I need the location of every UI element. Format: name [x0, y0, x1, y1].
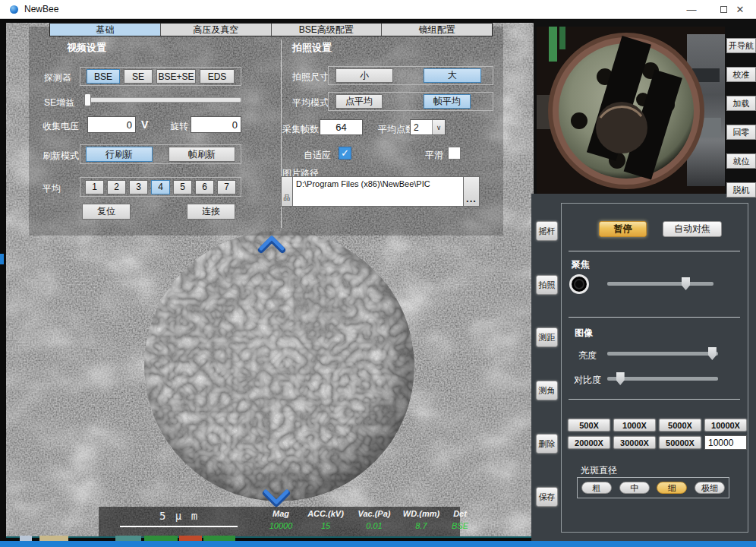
panel-divider-1: [569, 251, 740, 251]
brightness-slider[interactable]: [607, 347, 718, 361]
measure-angle-button[interactable]: 测角: [536, 381, 558, 400]
average-7-button[interactable]: 7: [217, 180, 236, 194]
stat-vac: Vac.(Pa) 0.01: [354, 509, 395, 530]
path-tree-button[interactable]: 品: [281, 176, 293, 207]
rotation-label: 旋转: [170, 120, 188, 133]
detector-bse-button[interactable]: BSE: [87, 69, 120, 84]
stage-up-marker[interactable]: [255, 234, 288, 254]
average-6-button[interactable]: 6: [195, 180, 214, 194]
adaptive-checkbox[interactable]: ✓: [339, 147, 351, 160]
left-edge-accent: [0, 254, 4, 264]
frames-label: 采集帧数: [282, 123, 319, 136]
taskbar[interactable]: [0, 541, 756, 547]
capture-button[interactable]: 拍照: [536, 275, 558, 295]
voltage-unit-label: V: [141, 119, 148, 131]
average-1-button[interactable]: 1: [85, 180, 104, 194]
close-button[interactable]: ✕: [724, 0, 756, 19]
rotation-input[interactable]: [191, 116, 241, 133]
avg-points-dropdown-button[interactable]: ∨: [432, 120, 445, 134]
stat-det: Det BSE: [446, 509, 474, 530]
avg-frame-button[interactable]: 帧平均: [424, 94, 471, 109]
size-large-button[interactable]: 大: [424, 68, 481, 83]
offline-button[interactable]: 脱机: [726, 182, 756, 198]
minimize-button[interactable]: —: [676, 0, 707, 19]
browse-button[interactable]: ...: [463, 176, 480, 207]
brightness-slider-track[interactable]: [607, 352, 718, 356]
spot-coarse-button[interactable]: 粗: [581, 482, 612, 494]
window-title: NewBee: [24, 4, 58, 14]
contrast-slider-thumb[interactable]: [616, 372, 625, 385]
stat-acc-label: ACC.(kV): [304, 509, 348, 518]
average-5-button[interactable]: 5: [173, 180, 192, 194]
app-icon: [10, 5, 18, 14]
taskbar-icon-fragment[interactable]: [39, 536, 68, 541]
se-gain-slider[interactable]: [83, 93, 241, 107]
smooth-checkbox[interactable]: [448, 147, 461, 160]
spot-fine-button[interactable]: 细: [657, 482, 687, 494]
size-small-button[interactable]: 小: [335, 68, 393, 83]
return-zero-button[interactable]: 回零: [726, 125, 756, 140]
refresh-frame-button[interactable]: 帧刷新: [169, 147, 235, 162]
focus-slider-thumb[interactable]: [682, 277, 690, 290]
tab-bse-advanced[interactable]: BSE高级配置: [272, 24, 383, 36]
detector-bse-se-button[interactable]: BSE+SE: [156, 69, 196, 84]
mag-20000x-button[interactable]: 20000X: [568, 436, 610, 449]
mag-50000x-button[interactable]: 50000X: [659, 436, 701, 449]
focus-slider-track[interactable]: [607, 282, 713, 286]
chamber-camera-image: [537, 27, 725, 194]
mag-10000x-button[interactable]: 10000X: [704, 419, 747, 432]
tab-lens-config[interactable]: 镜组配置: [382, 24, 492, 36]
taskbar-icon-fragment[interactable]: [144, 536, 178, 541]
taskbar-icon-fragment[interactable]: [179, 536, 202, 541]
mag-value-input[interactable]: [704, 435, 747, 450]
mag-30000x-button[interactable]: 30000X: [613, 436, 656, 449]
se-gain-thumb[interactable]: [84, 93, 91, 106]
measure-distance-button[interactable]: 测距: [536, 327, 558, 347]
path-value[interactable]: D:\Program Files (x86)\NewBee\PIC: [293, 176, 463, 207]
taskbar-icon-fragment[interactable]: [203, 536, 235, 541]
detector-se-button[interactable]: SE: [124, 69, 153, 84]
contrast-slider[interactable]: [607, 372, 718, 386]
detector-eds-button[interactable]: EDS: [200, 69, 235, 84]
brightness-slider-thumb[interactable]: [708, 347, 717, 360]
average-group: 1 2 3 4 5 6 7: [80, 177, 241, 197]
joystick-button[interactable]: 摇杆: [536, 221, 558, 241]
mag-5000x-button[interactable]: 5000X: [659, 419, 701, 432]
mag-500x-button[interactable]: 500X: [568, 419, 610, 432]
tab-basic[interactable]: 基础: [50, 24, 161, 36]
connect-button[interactable]: 连接: [187, 204, 235, 220]
se-gain-label: SE增益: [44, 96, 74, 109]
avg-point-button[interactable]: 点平均: [335, 94, 383, 109]
taskbar-icon-fragment[interactable]: [20, 536, 32, 541]
average-4-button[interactable]: 4: [151, 180, 170, 194]
avg-mode-label: 平均模式: [292, 96, 329, 109]
collect-voltage-input[interactable]: [87, 116, 136, 133]
delete-button[interactable]: 删除: [536, 434, 558, 454]
mag-1000x-button[interactable]: 1000X: [613, 419, 656, 432]
frames-input[interactable]: [320, 119, 363, 135]
focus-slider[interactable]: [607, 277, 713, 291]
spot-extra-fine-button[interactable]: 极细: [695, 482, 725, 494]
save-button[interactable]: 保存: [536, 487, 558, 507]
photo-size-group: 小 大: [328, 66, 493, 85]
scale-bar-line: [120, 526, 238, 527]
se-gain-track[interactable]: [83, 97, 241, 103]
reset-button[interactable]: 复位: [82, 204, 131, 220]
load-button[interactable]: 加载: [726, 96, 756, 111]
calibrate-button[interactable]: 校准: [726, 67, 756, 82]
refresh-line-button[interactable]: 行刷新: [86, 147, 153, 162]
spot-medium-button[interactable]: 中: [619, 482, 650, 494]
average-2-button[interactable]: 2: [107, 180, 126, 194]
open-navigation-button[interactable]: 开导航: [726, 38, 756, 53]
average-3-button[interactable]: 3: [129, 180, 148, 194]
close-icon: ✕: [736, 4, 745, 15]
smooth-label: 平滑: [425, 149, 443, 162]
folder-tree-icon: 品: [284, 193, 291, 203]
pause-button[interactable]: 暂停: [599, 221, 647, 237]
avg-points-combo[interactable]: 2 ∨: [410, 119, 446, 135]
taskbar-icon-fragment[interactable]: [115, 536, 141, 541]
tab-hv-vacuum[interactable]: 高压及真空: [161, 24, 272, 36]
autofocus-button[interactable]: 自动对焦: [663, 221, 722, 237]
detector-label: 探测器: [44, 71, 71, 84]
in-position-button[interactable]: 就位: [726, 153, 756, 169]
